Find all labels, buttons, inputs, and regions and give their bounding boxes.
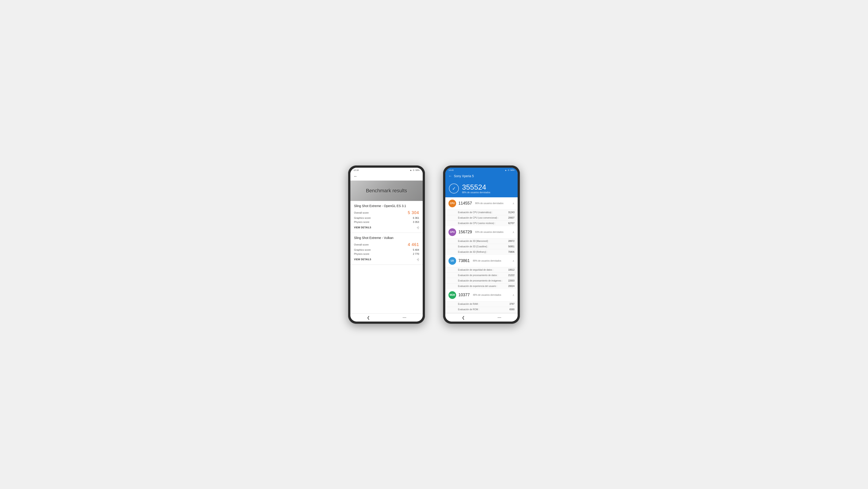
cpu-conv-value: 20607 bbox=[508, 217, 515, 219]
opengl-graphics-label: Graphics score bbox=[354, 217, 371, 219]
antutu-score-section: ✓ 355524 88% de usuarios derrotados bbox=[445, 181, 518, 197]
phone1-signal-icon: ▲ bbox=[410, 169, 412, 171]
gpu-refinery-value: 70806 bbox=[508, 251, 515, 253]
phone1-device: 12:18 ▲ ⊙ 93% ← Benchmark results Sling … bbox=[348, 165, 425, 324]
gpu-refinery-label: Evaluación de 3D [Refinery] : bbox=[458, 251, 487, 253]
ux-badge: UX bbox=[448, 257, 456, 265]
mem-rom-label: Evaluación de ROM : bbox=[458, 308, 479, 311]
mem-category-header[interactable]: MEM 10377 48% de usuarios derrotados ∧ bbox=[445, 289, 518, 301]
check-circle-icon: ✓ bbox=[449, 183, 459, 194]
mem-percentile: 48% de usuarios derrotados bbox=[473, 294, 510, 296]
cpu-conv-label: Evaluación de CPU (uso convencional) : bbox=[458, 217, 498, 219]
antutu-total-percentile: 88% de usuarios derrotados bbox=[462, 191, 490, 194]
phone1-status-bar: 12:18 ▲ ⊙ 93% bbox=[350, 168, 423, 172]
benchmark-section-opengl: Sling Shot Extreme - OpenGL ES 3.1 Overa… bbox=[350, 201, 423, 233]
antutu-score-info: 355524 88% de usuarios derrotados bbox=[462, 183, 490, 194]
phone2-wrapper: 14:43 ▲ ⊙ 94% ← Sony Xperia 5 ✓ 355524 8… bbox=[443, 165, 520, 324]
ux-sub-image: Evaluación de procesamiento de imágenes … bbox=[445, 278, 518, 283]
vulkan-physics-label: Physics score bbox=[354, 253, 369, 255]
gpu-sub-refinery: Evaluación de 3D [Refinery] : 70806 bbox=[445, 249, 518, 255]
phone2-status-icons: ▲ ⊙ 94% bbox=[505, 169, 515, 171]
opengl-physics-label: Physics score bbox=[354, 221, 369, 223]
ux-score: 73861 bbox=[458, 258, 470, 263]
phone2-time: 14:43 bbox=[448, 169, 454, 171]
phone1-battery: 93% bbox=[415, 169, 420, 171]
opengl-view-details-row: VIEW DETAILS ‹〉 bbox=[354, 226, 419, 229]
ux-image-label: Evaluación de procesamiento de imágenes … bbox=[458, 280, 502, 282]
phone1-wrapper: 12:18 ▲ ⊙ 93% ← Benchmark results Sling … bbox=[348, 165, 425, 324]
vulkan-share-icon[interactable]: ‹〉 bbox=[417, 258, 419, 261]
opengl-graphics-value: 6 361 bbox=[413, 217, 419, 219]
cpu-multi-value: 62707 bbox=[508, 222, 515, 225]
phone2-battery: 94% bbox=[510, 169, 515, 171]
opengl-share-icon[interactable]: ‹〉 bbox=[417, 226, 419, 229]
gpu-score: 156729 bbox=[458, 230, 472, 234]
phone2-device: 14:43 ▲ ⊙ 94% ← Sony Xperia 5 ✓ 355524 8… bbox=[443, 165, 520, 324]
phone1-content: Sling Shot Extreme - OpenGL ES 3.1 Overa… bbox=[350, 201, 423, 313]
mem-rom-value: 6580 bbox=[509, 308, 515, 311]
gpu-category-header[interactable]: GPU 156729 93% de usuarios derrotados ∧ bbox=[445, 226, 518, 238]
phone2-wifi-icon: ⊙ bbox=[508, 169, 509, 171]
opengl-view-details-button[interactable]: VIEW DETAILS bbox=[354, 226, 371, 229]
cpu-sub-conventional: Evaluación de CPU (uso convencional) : 2… bbox=[445, 215, 518, 221]
phone2-home-icon[interactable]: ― bbox=[498, 315, 501, 319]
ux-security-value: 10612 bbox=[508, 268, 515, 271]
category-gpu: GPU 156729 93% de usuarios derrotados ∧ … bbox=[445, 226, 518, 255]
mem-chevron-icon: ∧ bbox=[513, 293, 515, 297]
ux-data-value: 21222 bbox=[508, 274, 515, 277]
gpu-coastline-label: Evaluación de 3D [Coastline] : bbox=[458, 245, 488, 248]
opengl-overall-label: Overall score bbox=[354, 211, 369, 214]
cpu-multi-label: Evaluación de CPU (varios núcleos) : bbox=[458, 222, 495, 225]
mem-ram-value: 3797 bbox=[509, 303, 515, 305]
cpu-chevron-icon: ∧ bbox=[513, 202, 515, 205]
cpu-score: 114557 bbox=[458, 201, 472, 206]
mem-sub-rom: Evaluación de ROM : 6580 bbox=[445, 307, 518, 312]
category-cpu: CPU 114557 86% de usuarios derrotados ∧ … bbox=[445, 197, 518, 226]
mem-score: 10377 bbox=[458, 293, 470, 297]
cpu-sub-math: Evaluación de CPU (matemática) : 31243 bbox=[445, 209, 518, 215]
ux-sub-data: Evaluación de procesamiento de datos : 2… bbox=[445, 272, 518, 278]
cpu-math-value: 31243 bbox=[508, 211, 515, 213]
ux-exp-label: Evaluación de experiencia del usuario : bbox=[458, 285, 497, 287]
vulkan-overall-row: Overall score 4 461 bbox=[354, 242, 419, 247]
phone1-home-icon[interactable]: ― bbox=[403, 315, 406, 319]
gpu-marooned-value: 28972 bbox=[508, 240, 515, 242]
phone1-screen: 12:18 ▲ ⊙ 93% ← Benchmark results Sling … bbox=[350, 168, 423, 321]
vulkan-graphics-label: Graphics score bbox=[354, 249, 371, 251]
phone1-back-button[interactable]: ← bbox=[353, 174, 358, 179]
phone1-hero-title: Benchmark results bbox=[366, 188, 407, 194]
opengl-overall-row: Overall score 5 304 bbox=[354, 210, 419, 215]
cpu-category-header[interactable]: CPU 114557 86% de usuarios derrotados ∧ bbox=[445, 197, 518, 209]
gpu-sub-marooned: Evaluación de 3D [Marooned] : 28972 bbox=[445, 238, 518, 244]
ux-sub-experience: Evaluación de experiencia del usuario : … bbox=[445, 283, 518, 289]
gpu-marooned-label: Evaluación de 3D [Marooned] : bbox=[458, 240, 489, 242]
ux-chevron-icon: ∧ bbox=[513, 259, 515, 262]
vulkan-physics-value: 2 770 bbox=[413, 253, 419, 255]
antutu-back-button[interactable]: ← bbox=[448, 174, 452, 178]
gpu-coastline-value: 56951 bbox=[508, 245, 515, 248]
opengl-graphics-row: Graphics score 6 361 bbox=[354, 217, 419, 219]
category-ux: UX 73861 89% de usuarios derrotados ∧ Ev… bbox=[445, 255, 518, 289]
phone1-nav: ← bbox=[350, 172, 423, 180]
opengl-overall-value: 5 304 bbox=[408, 210, 419, 215]
antutu-nav: ← Sony Xperia 5 bbox=[445, 172, 518, 181]
mem-ram-label: Evaluación de RAM : bbox=[458, 303, 479, 305]
antutu-total-score: 355524 bbox=[462, 183, 490, 191]
antutu-content: CPU 114557 86% de usuarios derrotados ∧ … bbox=[445, 197, 518, 313]
gpu-sub-coastline: Evaluación de 3D [Coastline] : 56951 bbox=[445, 244, 518, 249]
phone1-back-nav-icon[interactable]: ❮ bbox=[367, 315, 370, 320]
phone2-back-nav-icon[interactable]: ❮ bbox=[462, 315, 465, 320]
vulkan-view-details-button[interactable]: VIEW DETAILS bbox=[354, 258, 371, 261]
opengl-physics-value: 3 353 bbox=[413, 221, 419, 223]
antutu-device-name: Sony Xperia 5 bbox=[454, 174, 474, 178]
gpu-badge: GPU bbox=[448, 228, 456, 236]
vulkan-overall-label: Overall score bbox=[354, 243, 369, 246]
ux-category-header[interactable]: UX 73861 89% de usuarios derrotados ∧ bbox=[445, 255, 518, 267]
vulkan-graphics-row: Graphics score 5 404 bbox=[354, 249, 419, 251]
benchmark-section-vulkan: Sling Shot Extreme - Vulkan Overall scor… bbox=[350, 233, 423, 265]
ux-sub-security: Evaluación de seguridad de datos : 10612 bbox=[445, 267, 518, 272]
phone1-time: 12:18 bbox=[353, 169, 359, 171]
mem-sub-ram: Evaluación de RAM : 3797 bbox=[445, 301, 518, 307]
cpu-sub-multicore: Evaluación de CPU (varios núcleos) : 627… bbox=[445, 221, 518, 226]
gpu-chevron-icon: ∧ bbox=[513, 231, 515, 234]
